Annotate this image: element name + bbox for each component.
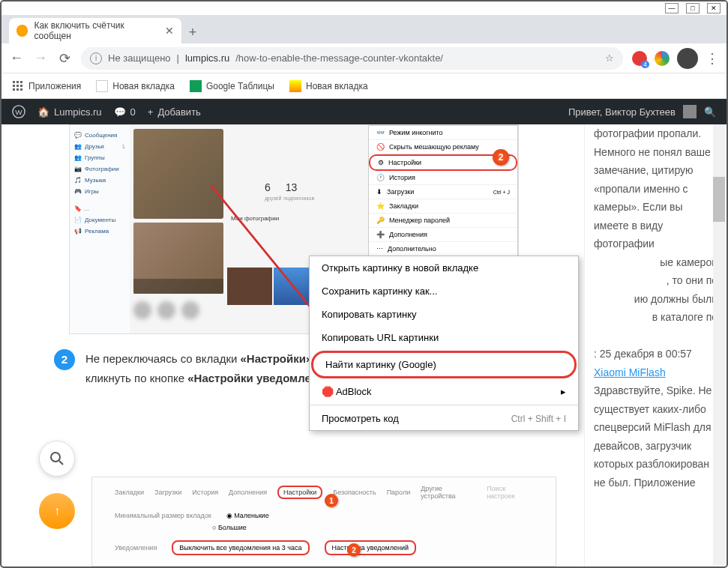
- reload-button[interactable]: ⟳: [57, 51, 72, 66]
- ss2-tab-highlighted: Настройки: [277, 486, 322, 499]
- window-titlebar: — □ ✕: [1, 1, 727, 15]
- vk-profile-photo: [133, 129, 223, 219]
- step-number-badge: 2: [54, 349, 75, 370]
- sidebar-link[interactable]: Xiaomi MiFlash: [594, 366, 666, 378]
- svg-rect-6: [13, 88, 15, 91]
- opera-menu-item: ⭐ Закладки: [369, 199, 517, 214]
- back-button[interactable]: ←: [9, 51, 24, 66]
- url-path: /how-to-enable-the-message-counter-vkont…: [235, 52, 443, 64]
- opera-menu-item: ➕ Дополнения: [369, 228, 517, 242]
- bookmark-label: Новая вкладка: [306, 81, 368, 91]
- apps-button[interactable]: Приложения: [12, 80, 81, 92]
- wp-user-avatar[interactable]: [683, 105, 697, 118]
- sidebar-text: ые камерой: [594, 253, 718, 272]
- ctx-adblock[interactable]: 🛑 AdBlock▸: [310, 380, 578, 403]
- vk-friends-avatars: [133, 301, 199, 319]
- ctx-inspect[interactable]: Просмотреть кодCtrl + Shift + I: [310, 407, 578, 430]
- extension-icon-1[interactable]: 4: [632, 51, 647, 66]
- tutorial-screenshot-2: ЗакладкиЗагрузкиИсторияДополнения Настро…: [91, 477, 556, 567]
- vk-menu-item: 🎮 Игры: [74, 186, 125, 197]
- tab-close-icon[interactable]: ✕: [165, 25, 174, 37]
- sidebar-text: , то они по: [594, 271, 718, 290]
- bookmarks-bar: Приложения Новая вкладка Google Таблицы …: [1, 73, 727, 99]
- wp-add-label: Добавить: [157, 106, 200, 118]
- page-icon: [289, 80, 301, 92]
- profile-avatar[interactable]: [677, 48, 698, 69]
- bookmark-item[interactable]: Новая вкладка: [289, 80, 368, 92]
- ctx-save-image[interactable]: Сохранить картинку как...: [310, 280, 578, 303]
- ss2-tabs: ЗакладкиЗагрузкиИсторияДополнения Настро…: [92, 477, 556, 507]
- wp-greeting[interactable]: Привет, Виктор Бухтеев: [568, 106, 676, 118]
- vk-menu-item: 👥 Друзья 1: [74, 141, 125, 152]
- wp-comments-count: 0: [130, 106, 136, 118]
- step-badge-1: 1: [325, 494, 338, 507]
- wp-comments[interactable]: 💬 0: [114, 106, 136, 118]
- bookmark-item[interactable]: Новая вкладка: [96, 80, 175, 92]
- vk-menu-item: 🎵 Музыка: [74, 175, 125, 186]
- vk-menu-item: 💬 Сообщения: [74, 130, 125, 141]
- sidebar-text: ию должны были: [594, 290, 718, 309]
- opera-menu: 👓 Режим инкогнито 🚫 Скрыть мешающую рекл…: [368, 125, 518, 257]
- ctx-copy-image[interactable]: Копировать картинку: [310, 303, 578, 326]
- context-menu: Открыть картинку в новой вкладке Сохрани…: [309, 256, 579, 431]
- bookmark-star-icon[interactable]: ☆: [605, 52, 614, 64]
- window-minimize[interactable]: —: [665, 3, 679, 13]
- bookmark-label: Google Таблицы: [206, 81, 274, 91]
- sidebar-text: фотографии пропали. Немного не понял ваш…: [594, 124, 718, 253]
- page-scrollbar[interactable]: [713, 124, 725, 565]
- svg-rect-2: [20, 81, 22, 83]
- search-fab-button[interactable]: [39, 441, 75, 477]
- svg-rect-8: [20, 88, 22, 91]
- wp-site-link[interactable]: 🏠 Lumpics.ru: [37, 106, 102, 118]
- apps-label: Приложения: [28, 81, 81, 91]
- wp-logo[interactable]: W: [12, 105, 25, 118]
- ctx-open-image[interactable]: Открыть картинку в новой вкладке: [310, 256, 578, 280]
- extension-icons: 4 ⋮: [632, 48, 719, 69]
- opera-menu-item: ⋯ Дополнительно: [369, 242, 517, 256]
- svg-rect-4: [16, 85, 19, 87]
- tab-title: Как включить счётчик сообщен: [34, 20, 159, 41]
- ctx-separator: [310, 405, 578, 405]
- ctx-copy-url[interactable]: Копировать URL картинки: [310, 326, 578, 349]
- page-icon: [96, 80, 108, 92]
- ss2-setting-row: Уведомления Выключить все уведомления на…: [92, 536, 556, 560]
- svg-rect-5: [20, 85, 22, 87]
- wordpress-icon: W: [12, 105, 25, 118]
- wp-add-new[interactable]: + Добавить: [148, 106, 201, 118]
- browser-tab-active[interactable]: Как включить счётчик сообщен ✕: [9, 18, 181, 43]
- shortcut-label: Ctrl + Shift + I: [511, 414, 566, 424]
- vk-photo-thumb: [133, 223, 223, 294]
- opera-menu-item: 🕐 История: [369, 171, 517, 185]
- svg-rect-1: [16, 81, 19, 83]
- opera-menu-item: 👓 Режим инкогнито: [369, 126, 517, 140]
- new-tab-button[interactable]: +: [181, 21, 204, 43]
- address-bar: ← → ⟳ i Не защищено | lumpics.ru /how-to…: [1, 43, 727, 73]
- scrollbar-thumb[interactable]: [713, 177, 725, 222]
- scroll-top-button[interactable]: ↑: [39, 493, 75, 529]
- magnifier-icon: [49, 451, 64, 466]
- site-info-icon[interactable]: i: [90, 52, 102, 64]
- apps-grid-icon: [12, 80, 24, 92]
- opera-menu-item: 🔑 Менеджер паролей: [369, 214, 517, 228]
- sidebar-column: фотографии пропали. Немного не понял ваш…: [584, 124, 727, 567]
- wp-search-icon[interactable]: 🔍: [704, 106, 716, 118]
- forward-button[interactable]: →: [33, 51, 48, 66]
- browser-tabbar: Как включить счётчик сообщен ✕ +: [1, 15, 727, 43]
- main-column: 💬 Сообщения 👥 Друзья 1 👥 Группы 📷 Фотогр…: [1, 124, 584, 567]
- extension-icon-2[interactable]: [655, 51, 670, 66]
- ctx-search-google-highlighted[interactable]: Найти картинку (Google): [311, 351, 577, 378]
- ss2-button-highlighted: Настройка уведомлений: [325, 540, 417, 555]
- opera-menu-item: ⬇ ЗагрузкиCtrl + J: [369, 185, 517, 199]
- arrow-up-icon: ↑: [54, 504, 60, 518]
- browser-menu-icon[interactable]: ⋮: [706, 50, 719, 67]
- window-maximize[interactable]: □: [686, 3, 700, 13]
- svg-rect-0: [13, 81, 15, 83]
- chevron-right-icon: ▸: [561, 386, 566, 397]
- vk-myphotos-label: Мои фотографии: [231, 215, 279, 222]
- vk-menu-item: 📢 Реклама: [74, 226, 125, 237]
- bookmark-item[interactable]: Google Таблицы: [190, 80, 274, 92]
- favicon-icon: [16, 25, 28, 37]
- window-close[interactable]: ✕: [707, 3, 721, 13]
- svg-line-13: [59, 461, 63, 465]
- url-input[interactable]: i Не защищено | lumpics.ru /how-to-enabl…: [81, 47, 623, 70]
